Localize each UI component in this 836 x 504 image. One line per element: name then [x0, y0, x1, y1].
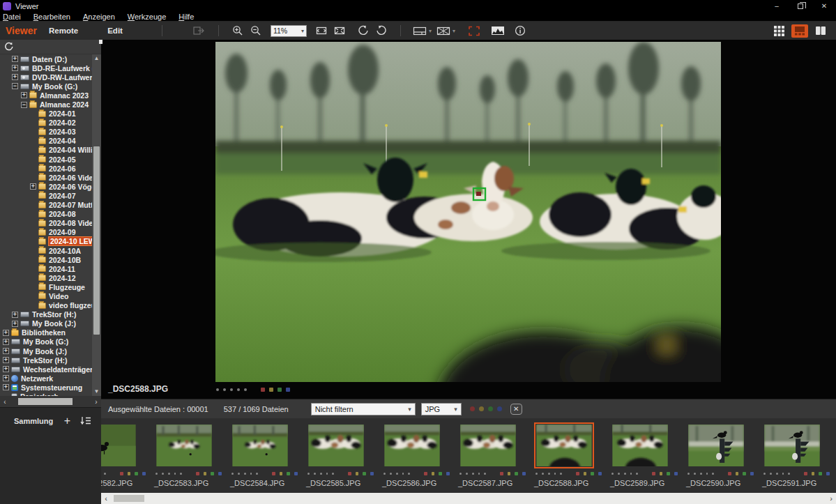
- label-color-swatch[interactable]: [667, 472, 670, 475]
- tree-horizontal-scrollbar[interactable]: ‹ ›: [0, 396, 101, 407]
- rating-dot[interactable]: [706, 473, 708, 475]
- label-color-swatch[interactable]: [652, 472, 655, 475]
- label-color-swatch[interactable]: [278, 388, 282, 392]
- rating-dot[interactable]: [687, 473, 690, 475]
- rating-dot[interactable]: [238, 473, 240, 475]
- rating-dot[interactable]: [162, 473, 164, 475]
- tree-item-2024-02[interactable]: +2024-02: [0, 119, 92, 128]
- label-color-swatch[interactable]: [728, 472, 731, 475]
- expand-icon[interactable]: +: [12, 65, 18, 71]
- label-color-swatch[interactable]: [196, 472, 199, 475]
- rating-dot[interactable]: [484, 473, 486, 475]
- rating-dot[interactable]: [472, 473, 474, 475]
- rating-dot[interactable]: [383, 473, 386, 475]
- tree-item-2024-01[interactable]: +2024-01: [0, 109, 92, 119]
- rotate-right-button[interactable]: [372, 23, 390, 38]
- label-color-swatch[interactable]: [826, 472, 830, 475]
- rating-dot[interactable]: [694, 473, 696, 475]
- tree-item-2024-07[interactable]: +2024-07: [0, 191, 92, 200]
- filmstrip-item[interactable]: _DSC2589.JPG: [602, 418, 678, 487]
- tree-item-flugzeuge[interactable]: +Flugzeuge: [0, 282, 92, 291]
- tree-item-2024-04[interactable]: +2024-04: [0, 137, 92, 146]
- layout-button[interactable]: [411, 23, 429, 38]
- rating-dot[interactable]: [535, 473, 538, 475]
- tree-item-2024-10b[interactable]: +2024-10B: [0, 255, 92, 264]
- rating-dot[interactable]: [307, 473, 310, 475]
- tree-item-trekstor-h-[interactable]: +TrekStor (H:): [0, 310, 92, 319]
- grid-view-button[interactable]: [770, 24, 787, 38]
- rating-dot[interactable]: [250, 473, 252, 475]
- rating-dot[interactable]: [408, 473, 410, 475]
- menu-item-werkzeuge[interactable]: Werkzeuge: [128, 13, 166, 21]
- rating-dot[interactable]: [542, 473, 544, 475]
- rotate-left-button[interactable]: [354, 23, 372, 38]
- label-color-swatch[interactable]: [432, 472, 435, 475]
- filter-select[interactable]: Nicht filtern ▾: [311, 403, 416, 415]
- filmstrip-view-button[interactable]: [791, 24, 808, 38]
- rating-dot[interactable]: [402, 473, 404, 475]
- tree-item-video[interactable]: +Video: [0, 291, 92, 300]
- rating-dot[interactable]: [636, 473, 638, 475]
- tree-item-my-book-g-[interactable]: −My Book (G:): [0, 82, 92, 91]
- splitter-handle[interactable]: [99, 40, 102, 44]
- tree-item-dvd-rw-laufwerk-f-[interactable]: +DVD-RW-Laufwerk (F:): [0, 72, 92, 82]
- tree-item-2024-03[interactable]: +2024-03: [0, 128, 92, 137]
- refresh-icon[interactable]: [3, 42, 13, 52]
- label-color-swatch[interactable]: [128, 472, 131, 475]
- filmstrip-item[interactable]: _DSC2582.JPG: [101, 418, 146, 487]
- scroll-left-icon[interactable]: ‹: [101, 494, 111, 503]
- label-color-swatch[interactable]: [348, 472, 351, 475]
- thumbnail-image[interactable]: [232, 425, 288, 466]
- thumbnail-rating-row[interactable]: [611, 472, 678, 475]
- thumbnail-rating-row[interactable]: [459, 472, 526, 475]
- rating-dot[interactable]: [554, 473, 556, 475]
- restore-button[interactable]: [789, 0, 812, 12]
- thumbnail-image[interactable]: [460, 425, 516, 466]
- expand-icon[interactable]: +: [21, 92, 27, 98]
- tree-item-2024-06-video[interactable]: +2024-06 Video: [0, 173, 92, 182]
- format-select[interactable]: JPG ▾: [421, 403, 462, 415]
- thumbnail-image[interactable]: [101, 425, 136, 466]
- rating-dot[interactable]: [396, 473, 398, 475]
- clear-filter-button[interactable]: ✕: [510, 404, 522, 415]
- rating-dot[interactable]: [788, 473, 790, 475]
- rating-dot[interactable]: [611, 473, 614, 475]
- tree-vscroll-thumb[interactable]: [93, 146, 100, 335]
- expand-icon[interactable]: +: [30, 183, 36, 190]
- expand-icon[interactable]: +: [3, 339, 9, 345]
- tree-item-2024-10-lew[interactable]: +2024-10 LEW: [0, 237, 92, 246]
- label-color-swatch[interactable]: [135, 472, 138, 475]
- thumbnail-rating-row[interactable]: [231, 472, 298, 475]
- scroll-right-icon[interactable]: ›: [91, 398, 101, 406]
- rating-dot[interactable]: [256, 473, 258, 475]
- rating-dot[interactable]: [320, 473, 322, 475]
- rating-dot[interactable]: [180, 473, 182, 475]
- tree-item-almanac-2023[interactable]: +Almanac 2023: [0, 91, 92, 100]
- tree-item-bibliotheken[interactable]: +Bibliotheken: [0, 328, 92, 337]
- rating-dot[interactable]: [231, 473, 234, 475]
- rating-dot[interactable]: [560, 473, 562, 475]
- rating-and-labels[interactable]: [216, 388, 290, 392]
- rating-dot[interactable]: [244, 388, 247, 391]
- label-color-swatch[interactable]: [211, 472, 214, 475]
- export-button[interactable]: [190, 23, 208, 38]
- tree-item-my-book-g-[interactable]: +My Book (G:): [0, 337, 92, 346]
- thumbnail-rating-row[interactable]: [383, 472, 450, 475]
- thumbnail-rating-row[interactable]: [155, 472, 222, 475]
- scroll-down-icon[interactable]: ▼: [92, 388, 101, 396]
- thumbnail-image[interactable]: [536, 425, 592, 466]
- tree-item-2024-05[interactable]: +2024-05: [0, 155, 92, 164]
- rating-dot[interactable]: [630, 473, 632, 475]
- thumbnail-image[interactable]: [688, 425, 744, 466]
- label-color-swatch[interactable]: [500, 472, 503, 475]
- rating-dot[interactable]: [782, 473, 784, 475]
- minimize-button[interactable]: –: [765, 0, 789, 12]
- label-color-swatch[interactable]: [736, 472, 739, 475]
- rating-dot[interactable]: [168, 473, 170, 475]
- label-color-swatch[interactable]: [356, 472, 359, 475]
- tree-item-2024-06-vögel[interactable]: +2024-06 Vögel: [0, 182, 92, 191]
- expand-icon[interactable]: +: [12, 321, 18, 327]
- tree-item-2024-08-video[interactable]: +2024-08 Video: [0, 219, 92, 228]
- expand-icon[interactable]: +: [3, 330, 9, 336]
- tree-item-video-flugzeuge[interactable]: +video flugzeuge: [0, 301, 92, 310]
